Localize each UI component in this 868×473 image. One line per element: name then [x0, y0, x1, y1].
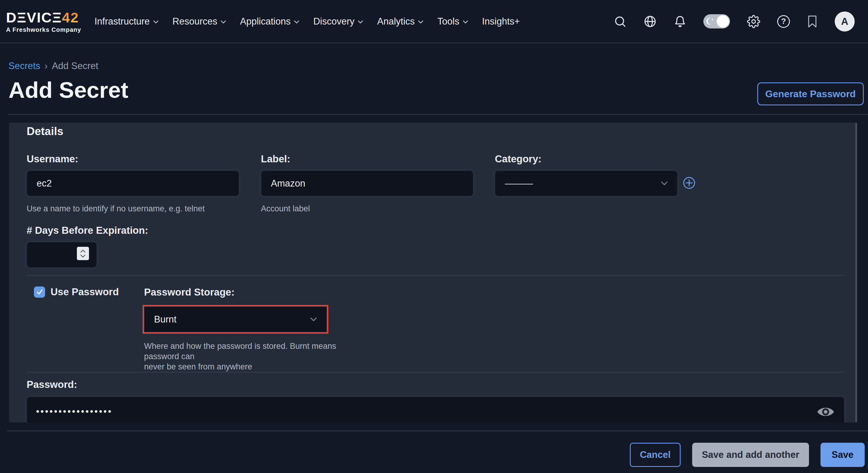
number-stepper[interactable] [77, 247, 89, 260]
username-input[interactable] [27, 171, 239, 196]
menu-discovery[interactable]: Discovery [313, 16, 363, 27]
section-title-details: Details [27, 125, 63, 138]
breadcrumb-separator: › [44, 61, 48, 71]
toggle-knob [717, 15, 729, 28]
menu-analytics[interactable]: Analytics [377, 16, 424, 27]
chevron-down-icon [221, 20, 226, 24]
menu-resources[interactable]: Resources [173, 16, 226, 27]
password-storage-help: Where and how the password is stored. Bu… [144, 341, 368, 372]
header-divider [8, 114, 868, 115]
breadcrumb: Secrets › Add Secret [8, 61, 98, 71]
category-field-group: Category: ——— [495, 153, 678, 196]
menu-applications[interactable]: Applications [240, 16, 299, 27]
chevron-down-icon [661, 181, 668, 185]
cancel-button[interactable]: Cancel [630, 443, 681, 467]
help-icon[interactable]: ? [777, 15, 790, 28]
use-password-label: Use Password [51, 286, 119, 298]
footer-actions: Cancel Save and add another Save [630, 443, 865, 467]
days-before-expiration-group: # Days Before Expiration: [27, 225, 97, 268]
use-password-row: Use Password [34, 286, 119, 298]
main-menu: Infrastructure Resources Applications Di… [94, 16, 520, 27]
category-select[interactable]: ——— [495, 171, 678, 196]
password-masked-value: ••••••••••••••••• [27, 397, 844, 417]
chevron-down-icon [153, 20, 159, 24]
category-selected-value: ——— [505, 178, 533, 189]
avatar[interactable]: A [835, 11, 855, 31]
logo-text: DΞVICΞ42 [6, 10, 81, 25]
password-storage-group: Password Storage: Burnt Where and how th… [144, 286, 368, 372]
generate-password-button[interactable]: Generate Password [757, 82, 864, 106]
checkmark-icon [36, 288, 43, 296]
details-panel: Details Username: Use a name to identify… [9, 123, 857, 422]
search-icon[interactable] [614, 15, 626, 28]
top-navbar: DΞVICΞ42 A Freshworks Company Infrastruc… [0, 0, 868, 43]
password-field-group: Password: ••••••••••••••••• [27, 379, 844, 422]
logo-subtitle: A Freshworks Company [6, 26, 81, 33]
chevron-down-icon [418, 20, 424, 24]
menu-tools[interactable]: Tools [437, 16, 468, 27]
label-field-group: Label: Account label [261, 153, 473, 214]
section-divider [27, 275, 844, 275]
panel-scrollbar[interactable] [855, 123, 857, 422]
username-label: Username: [27, 153, 239, 165]
chevron-down-icon [463, 20, 468, 24]
add-category-button[interactable] [683, 177, 695, 189]
save-button[interactable]: Save [820, 443, 865, 467]
password-storage-label: Password Storage: [144, 286, 368, 298]
section-divider [27, 372, 844, 373]
use-password-checkbox[interactable] [34, 287, 45, 298]
bookmark-icon[interactable] [807, 15, 818, 28]
password-input[interactable]: ••••••••••••••••• [27, 397, 844, 422]
globe-icon[interactable] [644, 15, 657, 28]
password-label: Password: [27, 379, 844, 391]
breadcrumb-current: Add Secret [52, 61, 98, 71]
footer-divider [7, 431, 868, 431]
password-storage-selected-value: Burnt [154, 314, 177, 325]
label-label: Label: [261, 153, 473, 165]
save-and-add-another-button[interactable]: Save and add another [692, 443, 809, 467]
chevron-down-icon [310, 317, 317, 321]
days-before-expiration-label: # Days Before Expiration: [27, 225, 97, 237]
settings-gear-icon[interactable] [747, 15, 760, 28]
username-help: Use a name to identify if no username, e… [27, 204, 239, 214]
label-input[interactable] [261, 171, 473, 196]
menu-infrastructure[interactable]: Infrastructure [94, 16, 159, 27]
highlight-annotation-box: Burnt [143, 305, 329, 334]
show-password-eye-icon[interactable] [816, 404, 835, 419]
navbar-icons: ? A [614, 11, 855, 31]
notifications-bell-icon[interactable] [674, 15, 686, 28]
chevron-down-icon [294, 20, 299, 24]
stepper-up-icon[interactable] [80, 249, 86, 253]
page-title: Add Secret [8, 77, 128, 103]
device42-logo[interactable]: DΞVICΞ42 A Freshworks Company [6, 10, 81, 33]
menu-insights-plus[interactable]: Insights+ [482, 16, 520, 27]
label-help: Account label [261, 204, 473, 214]
category-label: Category: [495, 153, 678, 165]
breadcrumb-secrets-link[interactable]: Secrets [8, 61, 40, 71]
theme-toggle[interactable] [703, 14, 730, 28]
moon-icon [706, 17, 715, 26]
stepper-down-icon[interactable] [80, 254, 86, 258]
password-storage-select[interactable]: Burnt [144, 306, 327, 332]
chevron-down-icon [358, 20, 363, 24]
username-field-group: Username: Use a name to identify if no u… [27, 153, 239, 214]
